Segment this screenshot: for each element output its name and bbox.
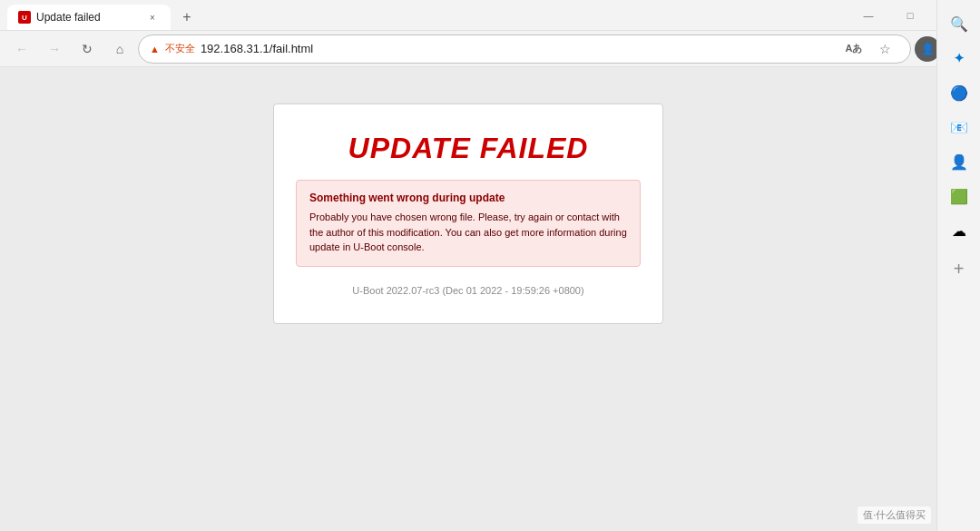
footer-text: U-Boot 2022.07-rc3 (Dec 01 2022 - 19:59:… (352, 285, 583, 296)
page-title: UPDATE FAILED (348, 132, 589, 165)
tab-favicon: U (18, 11, 31, 24)
error-box-title: Something went wrong during update (309, 192, 627, 204)
sidebar-panel: 🔍 ✦ 🔵 📧 👤 🟩 ☁ + (936, 0, 980, 531)
address-bar-wrapper: ▲ 不安全 Aあ ☆ (138, 34, 911, 64)
sidebar-search-icon[interactable]: 🔍 (943, 7, 975, 40)
tab-close-button[interactable]: × (145, 10, 160, 25)
error-box: Something went wrong during update Proba… (296, 180, 641, 267)
content-area: UPDATE FAILED Something went wrong durin… (0, 67, 936, 531)
sidebar-office-icon[interactable]: 🟩 (943, 180, 975, 212)
sidebar-onedrive-icon[interactable]: ☁ (943, 214, 975, 247)
security-icon[interactable]: ▲ (150, 44, 160, 54)
sidebar-collections-icon[interactable]: 🔵 (943, 76, 975, 109)
page-card: UPDATE FAILED Something went wrong durin… (273, 103, 663, 324)
refresh-button[interactable]: ↻ (73, 34, 102, 64)
address-bar-actions: Aあ ☆ (839, 34, 899, 64)
minimize-button[interactable]: — (848, 1, 889, 30)
back-button[interactable]: ← (7, 34, 36, 64)
tab-label: Update failed (36, 11, 140, 24)
title-bar: U Update failed × + — □ × (0, 0, 980, 31)
sidebar-email-icon[interactable]: 📧 (943, 111, 975, 143)
new-tab-button[interactable]: + (174, 5, 200, 30)
favorites-icon[interactable]: ☆ (870, 34, 899, 64)
address-input[interactable] (201, 42, 834, 55)
watermark: 值·什么值得买 (858, 506, 931, 524)
read-aloud-icon[interactable]: Aあ (839, 34, 868, 64)
error-box-body: Probably you have chosen wrong file. Ple… (309, 210, 627, 255)
sidebar-add-icon[interactable]: + (943, 252, 975, 285)
tab-bar: U Update failed × + (7, 0, 840, 30)
sidebar-people-icon[interactable]: 👤 (943, 145, 975, 178)
navigation-bar: ← → ↻ ⌂ ▲ 不安全 Aあ ☆ 👤 ⋯ (0, 31, 980, 67)
maximize-button[interactable]: □ (889, 1, 931, 30)
security-text: 不安全 (165, 42, 195, 55)
browser-tab[interactable]: U Update failed × (7, 5, 171, 30)
forward-button[interactable]: → (40, 34, 69, 64)
home-button[interactable]: ⌂ (105, 34, 134, 64)
sidebar-copilot-icon[interactable]: ✦ (943, 42, 975, 74)
